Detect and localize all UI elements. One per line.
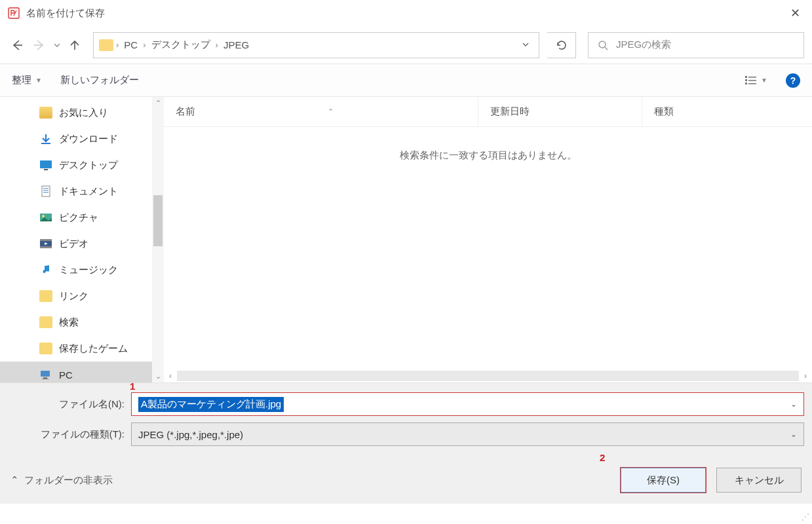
filename-input[interactable]: A製品のマーケティング計画.jpg ⌄	[131, 392, 804, 416]
caret-down-icon: ▼	[35, 77, 42, 84]
svg-rect-14	[43, 192, 48, 193]
document-icon	[39, 185, 52, 197]
breadcrumb-desktop[interactable]: デスクトップ	[147, 39, 214, 51]
nav-history-dropdown-icon[interactable]	[52, 36, 62, 54]
sidebar-item-downloads[interactable]: ダウンロード	[0, 126, 164, 152]
save-fields: 1 ファイル名(N): A製品のマーケティング計画.jpg ⌄ ファイルの種類(…	[0, 383, 812, 457]
titlebar: 名前を付けて保存 ✕	[0, 0, 812, 26]
breadcrumb-jpeg[interactable]: JPEG	[220, 39, 253, 50]
music-icon	[39, 264, 52, 276]
filetype-value: JPEG (*.jpg,*.jpeg,*.jpe)	[138, 429, 243, 440]
nav-up-icon[interactable]	[66, 36, 84, 54]
sidebar-item-music[interactable]: ミュージック	[0, 257, 164, 283]
scroll-up-icon[interactable]: ⌃	[155, 97, 161, 109]
svg-rect-3	[745, 79, 747, 81]
sidebar-tree: お気に入り ダウンロード デスクトップ ドキュメント ピクチャ ビデオ ミュージ…	[0, 97, 164, 383]
search-icon	[598, 40, 608, 50]
app-pdf-icon	[8, 7, 20, 19]
svg-rect-2	[745, 76, 747, 78]
video-icon	[39, 238, 52, 250]
breadcrumb-pc[interactable]: PC	[120, 39, 142, 50]
view-options-button[interactable]: ▼	[745, 75, 767, 86]
filename-dropdown-icon[interactable]: ⌄	[790, 400, 797, 409]
scroll-right-icon[interactable]: ›	[799, 371, 812, 381]
toolbar: 整理 ▼ 新しいフォルダー ▼ ?	[0, 64, 812, 97]
search-input[interactable]: JPEGの検索	[588, 32, 804, 58]
pictures-icon	[39, 212, 52, 223]
svg-rect-11	[42, 186, 50, 196]
svg-rect-21	[43, 377, 47, 379]
desktop-icon	[39, 159, 52, 171]
help-icon[interactable]: ?	[786, 73, 800, 88]
refresh-button[interactable]	[547, 32, 576, 58]
links-icon	[39, 290, 52, 302]
svg-rect-9	[40, 160, 52, 168]
organize-menu[interactable]: 整理 ▼	[12, 74, 42, 86]
empty-message: 検索条件に一致する項目はありません。	[164, 127, 812, 369]
sidebar-item-search[interactable]: 検索	[0, 309, 164, 335]
saved-games-icon	[39, 343, 52, 354]
column-headers: 名前⌃ 更新日時 種類	[164, 97, 812, 127]
filetype-select[interactable]: JPEG (*.jpg,*.jpeg,*.jpe) ⌄	[131, 422, 804, 446]
annotation-2: 2	[600, 452, 605, 463]
chevron-right-icon: ›	[216, 40, 218, 50]
filename-value: A製品のマーケティング計画.jpg	[138, 397, 284, 412]
svg-rect-6	[748, 80, 756, 81]
filetype-dropdown-icon[interactable]: ⌄	[790, 430, 797, 439]
bottom-bar: ⌃ フォルダーの非表示 2 保存(S) キャンセル	[0, 457, 812, 504]
favorites-icon	[39, 107, 52, 119]
sidebar-item-pc[interactable]: PC	[0, 362, 164, 383]
sidebar-item-documents[interactable]: ドキュメント	[0, 178, 164, 204]
caret-down-icon: ▼	[761, 77, 767, 84]
chevron-right-icon: ›	[116, 40, 119, 50]
svg-rect-4	[745, 83, 747, 84]
search-folder-icon	[39, 316, 52, 328]
svg-rect-20	[41, 371, 50, 377]
new-folder-button[interactable]: 新しいフォルダー	[60, 74, 139, 86]
sidebar-item-videos[interactable]: ビデオ	[0, 231, 164, 257]
download-icon	[39, 133, 52, 145]
hide-folders-button[interactable]: ⌃ フォルダーの非表示	[10, 474, 113, 487]
scroll-left-icon[interactable]: ‹	[164, 371, 177, 381]
scrollbar-thumb[interactable]	[153, 195, 163, 246]
column-name[interactable]: 名前⌃	[164, 97, 478, 126]
filename-label: ファイル名(N):	[8, 398, 131, 411]
file-list-area: 名前⌃ 更新日時 種類 検索条件に一致する項目はありません。 ‹ ›	[164, 97, 812, 383]
column-date[interactable]: 更新日時	[478, 97, 642, 126]
sidebar-item-favorites[interactable]: お気に入り	[0, 100, 164, 126]
chevron-right-icon: ›	[143, 40, 145, 50]
svg-rect-22	[42, 379, 48, 379]
nav-back-icon[interactable]	[8, 36, 26, 54]
svg-rect-19	[40, 246, 52, 248]
sidebar-item-saved-games[interactable]: 保存したゲーム	[0, 335, 164, 362]
scroll-down-icon[interactable]: ⌄	[155, 370, 161, 383]
svg-rect-8	[41, 143, 50, 144]
cancel-button[interactable]: キャンセル	[716, 468, 802, 493]
hscroll-track[interactable]	[177, 371, 799, 381]
svg-rect-13	[43, 190, 48, 191]
nav-row: › PC › デスクトップ › JPEG JPEGの検索	[0, 26, 812, 64]
pc-icon	[39, 369, 52, 381]
svg-rect-12	[43, 188, 48, 189]
svg-rect-10	[44, 169, 48, 170]
window-title: 名前を付けて保存	[26, 7, 786, 20]
breadcrumb[interactable]: › PC › デスクトップ › JPEG	[93, 32, 539, 58]
resize-grip-icon[interactable]: ⋰	[802, 512, 809, 521]
sidebar-item-pictures[interactable]: ピクチャ	[0, 204, 164, 231]
chevron-up-icon: ⌃	[10, 474, 19, 486]
sidebar-item-links[interactable]: リンク	[0, 283, 164, 309]
nav-forward-icon	[30, 36, 48, 54]
folder-icon	[99, 39, 113, 51]
sidebar-scrollbar[interactable]: ⌃ ⌄	[152, 97, 164, 383]
breadcrumb-dropdown-icon[interactable]	[515, 39, 536, 50]
save-button[interactable]: 保存(S)	[621, 468, 706, 493]
sort-indicator-icon: ⌃	[328, 107, 334, 116]
close-icon[interactable]: ✕	[786, 6, 804, 20]
filetype-label: ファイルの種類(T):	[8, 428, 131, 441]
svg-rect-5	[748, 77, 756, 78]
column-type[interactable]: 種類	[642, 97, 812, 126]
sidebar-item-desktop[interactable]: デスクトップ	[0, 152, 164, 178]
search-placeholder: JPEGの検索	[616, 39, 671, 51]
svg-point-1	[599, 41, 606, 48]
horizontal-scrollbar[interactable]: ‹ ›	[164, 369, 812, 383]
